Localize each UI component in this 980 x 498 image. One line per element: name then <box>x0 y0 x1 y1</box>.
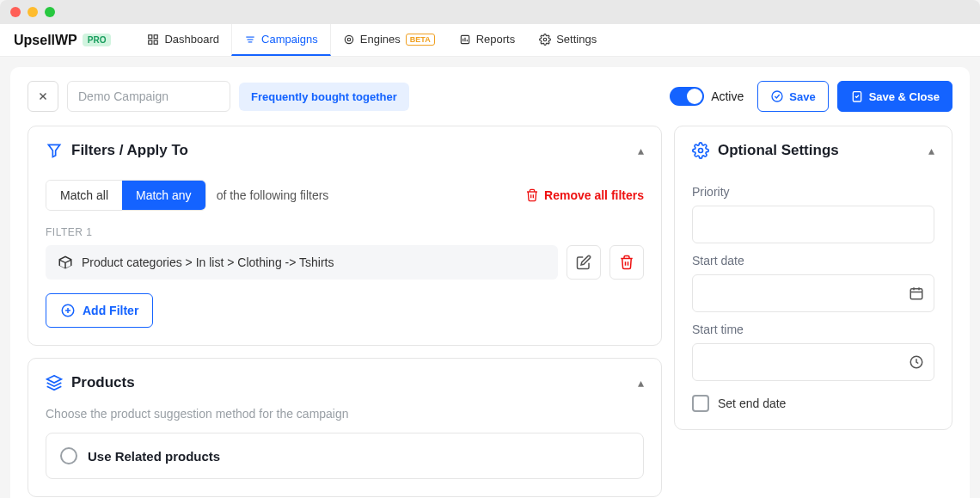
filter-chip-text: Product categories > In list > Clothing … <box>82 255 334 269</box>
trash-icon <box>619 255 634 270</box>
filter-1-label: FILTER 1 <box>46 226 644 238</box>
svg-rect-0 <box>149 34 152 38</box>
edit-filter-button[interactable] <box>567 245 601 280</box>
remove-all-label: Remove all filters <box>544 188 644 202</box>
campaigns-icon <box>244 34 256 46</box>
trash-icon <box>525 188 539 202</box>
optional-title: Optional Settings <box>718 142 920 159</box>
check-circle-icon <box>770 89 784 103</box>
save-close-button[interactable]: Save & Close <box>837 81 952 112</box>
campaign-name-input[interactable] <box>67 81 230 112</box>
match-segmented: Match all Match any <box>46 180 206 211</box>
clipboard-check-icon <box>850 89 864 103</box>
filters-card: Filters / Apply To ▴ Match all Match any… <box>28 126 662 346</box>
collapse-products[interactable]: ▴ <box>638 376 644 390</box>
active-toggle-wrap: Active <box>670 87 744 106</box>
set-end-date-checkbox[interactable] <box>692 395 709 412</box>
package-icon <box>46 374 63 391</box>
topbar: UpsellWP PRO Dashboard Campaigns Engines… <box>0 24 980 57</box>
filters-title: Filters / Apply To <box>71 142 629 159</box>
start-date-label: Start date <box>692 254 934 267</box>
clock-icon[interactable] <box>909 354 924 370</box>
radio-circle-icon <box>60 447 77 464</box>
svg-point-19 <box>699 149 703 153</box>
box-icon <box>58 255 73 270</box>
filter-icon <box>46 142 63 159</box>
svg-point-5 <box>347 38 351 41</box>
products-title: Products <box>71 374 629 391</box>
nav-campaigns-label: Campaigns <box>261 33 318 46</box>
svg-point-13 <box>772 91 782 101</box>
campaign-header: Frequently bought together Active Save S… <box>10 67 970 126</box>
beta-badge: BETA <box>406 34 435 46</box>
svg-rect-1 <box>155 34 158 38</box>
radio-related-products[interactable]: Use Related products <box>46 433 644 479</box>
calendar-icon[interactable] <box>909 286 924 301</box>
nav-settings-label: Settings <box>556 33 597 46</box>
nav-dashboard[interactable]: Dashboard <box>135 24 231 56</box>
optional-settings-card: Optional Settings ▴ Priority Start date <box>674 126 952 430</box>
priority-label: Priority <box>692 185 934 199</box>
delete-filter-button[interactable] <box>609 245 644 280</box>
priority-input[interactable] <box>692 206 934 243</box>
products-card: Products ▴ Choose the product suggestion… <box>28 358 662 497</box>
nav-engines[interactable]: Engines BETA <box>331 24 447 56</box>
save-button-label: Save <box>789 90 815 103</box>
set-end-date-label: Set end date <box>718 397 786 410</box>
dashboard-icon <box>147 34 159 46</box>
pro-badge: PRO <box>83 34 112 46</box>
gear-icon <box>692 142 709 159</box>
reports-icon <box>459 34 471 46</box>
save-button[interactable]: Save <box>757 81 828 112</box>
match-suffix-text: of the following filters <box>217 188 329 202</box>
close-icon <box>37 90 49 102</box>
window-chrome <box>0 0 980 24</box>
products-hint: Choose the product suggestion method for… <box>46 407 644 421</box>
svg-rect-2 <box>149 40 152 44</box>
save-close-button-label: Save & Close <box>869 90 940 103</box>
start-date-input[interactable] <box>692 274 934 312</box>
nav-reports[interactable]: Reports <box>447 24 528 56</box>
active-toggle-label: Active <box>711 89 744 103</box>
active-toggle[interactable] <box>670 87 704 106</box>
svg-rect-3 <box>155 40 158 44</box>
nav-settings[interactable]: Settings <box>527 24 609 56</box>
edit-icon <box>576 255 591 270</box>
start-time-input[interactable] <box>692 343 934 381</box>
svg-marker-15 <box>48 144 59 157</box>
collapse-filters[interactable]: ▴ <box>638 144 644 157</box>
filter-chip-1: Product categories > In list > Clothing … <box>46 245 558 280</box>
svg-rect-20 <box>910 289 922 299</box>
plus-circle-icon <box>60 303 76 318</box>
traffic-close[interactable] <box>10 7 21 17</box>
svg-point-10 <box>543 38 547 41</box>
collapse-optional[interactable]: ▴ <box>928 144 934 157</box>
engines-icon <box>343 34 355 46</box>
nav-campaigns[interactable]: Campaigns <box>231 24 331 56</box>
nav-dashboard-label: Dashboard <box>164 33 219 46</box>
match-any-button[interactable]: Match any <box>122 181 205 210</box>
brand-name: UpsellWP <box>14 33 77 48</box>
brand: UpsellWP PRO <box>14 33 111 48</box>
main-nav: Dashboard Campaigns Engines BETA Reports… <box>135 24 609 56</box>
nav-reports-label: Reports <box>476 33 516 46</box>
nav-engines-label: Engines <box>360 33 401 46</box>
start-time-label: Start time <box>692 323 934 336</box>
svg-point-4 <box>345 35 352 43</box>
traffic-minimize[interactable] <box>28 7 38 17</box>
radio-related-label: Use Related products <box>88 449 220 464</box>
campaign-type-chip: Frequently bought together <box>239 83 409 111</box>
settings-gear-icon <box>539 34 551 46</box>
traffic-maximize[interactable] <box>45 7 55 17</box>
match-all-button[interactable]: Match all <box>46 181 122 210</box>
add-filter-label: Add Filter <box>83 304 138 317</box>
add-filter-button[interactable]: Add Filter <box>46 293 153 328</box>
close-button[interactable] <box>28 81 58 112</box>
remove-all-filters[interactable]: Remove all filters <box>525 188 644 202</box>
